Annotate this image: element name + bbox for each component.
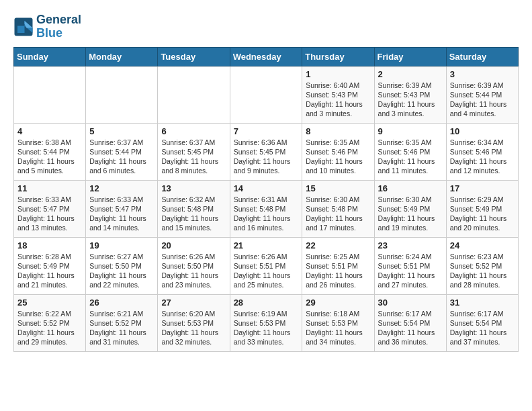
- calendar-cell: 3 Sunrise: 6:39 AM Sunset: 5:44 PM Dayli…: [446, 66, 518, 123]
- calendar-cell: 31 Sunrise: 6:17 AM Sunset: 5:54 PM Dayl…: [446, 294, 518, 351]
- calendar-table: SundayMondayTuesdayWednesdayThursdayFrid…: [13, 47, 519, 352]
- weekday-header: Monday: [86, 47, 158, 66]
- calendar-cell: 1 Sunrise: 6:40 AM Sunset: 5:43 PM Dayli…: [302, 66, 374, 123]
- daylight-text: Daylight: 11 hours and 3 minutes.: [378, 99, 443, 118]
- cell-content: Sunrise: 6:30 AM Sunset: 5:48 PM Dayligh…: [306, 195, 370, 233]
- day-number: 2: [378, 69, 443, 79]
- day-number: 10: [450, 126, 515, 136]
- sunset-text: Sunset: 5:44 PM: [450, 90, 515, 99]
- cell-content: Sunrise: 6:35 AM Sunset: 5:46 PM Dayligh…: [306, 138, 370, 176]
- day-number: 17: [450, 183, 515, 193]
- calendar-cell: 21 Sunrise: 6:26 AM Sunset: 5:51 PM Dayl…: [230, 237, 302, 294]
- calendar-cell: 4 Sunrise: 6:38 AM Sunset: 5:44 PM Dayli…: [14, 123, 86, 180]
- day-number: 20: [161, 240, 226, 250]
- sunset-text: Sunset: 5:49 PM: [17, 261, 82, 271]
- calendar-cell: [14, 66, 86, 123]
- calendar-cell: 20 Sunrise: 6:26 AM Sunset: 5:50 PM Dayl…: [158, 237, 230, 294]
- daylight-text: Daylight: 11 hours and 13 minutes.: [17, 214, 82, 232]
- sunset-text: Sunset: 5:45 PM: [161, 147, 226, 156]
- daylight-text: Daylight: 11 hours and 10 minutes.: [306, 156, 370, 175]
- daylight-text: Daylight: 11 hours and 29 minutes.: [17, 328, 82, 347]
- weekday-header: Friday: [374, 47, 446, 66]
- sunset-text: Sunset: 5:47 PM: [89, 204, 154, 214]
- sunrise-text: Sunrise: 6:35 AM: [378, 138, 443, 147]
- daylight-text: Daylight: 11 hours and 16 minutes.: [234, 214, 299, 232]
- weekday-header: Sunday: [14, 47, 86, 66]
- day-number: 6: [161, 126, 226, 136]
- sunset-text: Sunset: 5:43 PM: [306, 90, 370, 99]
- cell-content: Sunrise: 6:23 AM Sunset: 5:52 PM Dayligh…: [450, 252, 515, 290]
- day-number: 11: [17, 183, 82, 193]
- daylight-text: Daylight: 11 hours and 6 minutes.: [89, 156, 154, 175]
- sunrise-text: Sunrise: 6:23 AM: [450, 252, 515, 261]
- cell-content: Sunrise: 6:17 AM Sunset: 5:54 PM Dayligh…: [378, 309, 443, 347]
- daylight-text: Daylight: 11 hours and 14 minutes.: [89, 214, 154, 232]
- sunrise-text: Sunrise: 6:18 AM: [306, 309, 370, 318]
- calendar-week-row: 1 Sunrise: 6:40 AM Sunset: 5:43 PM Dayli…: [14, 66, 519, 123]
- cell-content: Sunrise: 6:26 AM Sunset: 5:51 PM Dayligh…: [234, 252, 299, 290]
- sunset-text: Sunset: 5:51 PM: [234, 261, 299, 271]
- sunset-text: Sunset: 5:48 PM: [234, 204, 299, 214]
- sunrise-text: Sunrise: 6:29 AM: [450, 195, 515, 204]
- sunset-text: Sunset: 5:52 PM: [89, 318, 154, 328]
- calendar-cell: 8 Sunrise: 6:35 AM Sunset: 5:46 PM Dayli…: [302, 123, 374, 180]
- calendar-cell: 25 Sunrise: 6:22 AM Sunset: 5:52 PM Dayl…: [14, 294, 86, 351]
- calendar-cell: [158, 66, 230, 123]
- day-number: 14: [234, 183, 299, 193]
- day-number: 1: [306, 69, 370, 79]
- calendar-header-row: SundayMondayTuesdayWednesdayThursdayFrid…: [14, 47, 519, 66]
- day-number: 25: [17, 298, 82, 308]
- day-number: 29: [306, 298, 370, 308]
- sunrise-text: Sunrise: 6:26 AM: [234, 252, 299, 261]
- cell-content: Sunrise: 6:21 AM Sunset: 5:52 PM Dayligh…: [89, 309, 154, 347]
- calendar-cell: 23 Sunrise: 6:24 AM Sunset: 5:51 PM Dayl…: [374, 237, 446, 294]
- cell-content: Sunrise: 6:27 AM Sunset: 5:50 PM Dayligh…: [89, 252, 154, 290]
- day-number: 16: [378, 183, 443, 193]
- sunset-text: Sunset: 5:50 PM: [161, 261, 226, 271]
- cell-content: Sunrise: 6:26 AM Sunset: 5:50 PM Dayligh…: [161, 252, 226, 290]
- sunset-text: Sunset: 5:45 PM: [234, 147, 299, 156]
- calendar-cell: 22 Sunrise: 6:25 AM Sunset: 5:51 PM Dayl…: [302, 237, 374, 294]
- day-number: 7: [234, 126, 299, 136]
- sunset-text: Sunset: 5:49 PM: [378, 204, 443, 214]
- day-number: 26: [89, 298, 154, 308]
- calendar-week-row: 4 Sunrise: 6:38 AM Sunset: 5:44 PM Dayli…: [14, 123, 519, 180]
- cell-content: Sunrise: 6:32 AM Sunset: 5:48 PM Dayligh…: [161, 195, 226, 233]
- daylight-text: Daylight: 11 hours and 32 minutes.: [161, 328, 226, 347]
- calendar-week-row: 25 Sunrise: 6:22 AM Sunset: 5:52 PM Dayl…: [14, 294, 519, 351]
- sunrise-text: Sunrise: 6:39 AM: [378, 81, 443, 90]
- sunrise-text: Sunrise: 6:31 AM: [234, 195, 299, 204]
- sunset-text: Sunset: 5:52 PM: [450, 261, 515, 271]
- daylight-text: Daylight: 11 hours and 17 minutes.: [306, 214, 370, 232]
- calendar-cell: 19 Sunrise: 6:27 AM Sunset: 5:50 PM Dayl…: [86, 237, 158, 294]
- sunrise-text: Sunrise: 6:33 AM: [89, 195, 154, 204]
- daylight-text: Daylight: 11 hours and 33 minutes.: [234, 328, 299, 347]
- sunset-text: Sunset: 5:52 PM: [17, 318, 82, 328]
- daylight-text: Daylight: 11 hours and 27 minutes.: [378, 271, 443, 289]
- cell-content: Sunrise: 6:33 AM Sunset: 5:47 PM Dayligh…: [17, 195, 82, 233]
- cell-content: Sunrise: 6:24 AM Sunset: 5:51 PM Dayligh…: [378, 252, 443, 290]
- sunset-text: Sunset: 5:44 PM: [89, 147, 154, 156]
- weekday-header: Saturday: [446, 47, 518, 66]
- cell-content: Sunrise: 6:39 AM Sunset: 5:43 PM Dayligh…: [378, 81, 443, 119]
- daylight-text: Daylight: 11 hours and 5 minutes.: [17, 156, 82, 175]
- calendar-cell: 6 Sunrise: 6:37 AM Sunset: 5:45 PM Dayli…: [158, 123, 230, 180]
- cell-content: Sunrise: 6:30 AM Sunset: 5:49 PM Dayligh…: [378, 195, 443, 233]
- sunset-text: Sunset: 5:46 PM: [306, 147, 370, 156]
- sunrise-text: Sunrise: 6:34 AM: [450, 138, 515, 147]
- sunset-text: Sunset: 5:54 PM: [450, 318, 515, 328]
- calendar-cell: 18 Sunrise: 6:28 AM Sunset: 5:49 PM Dayl…: [14, 237, 86, 294]
- calendar-cell: 15 Sunrise: 6:30 AM Sunset: 5:48 PM Dayl…: [302, 180, 374, 237]
- cell-content: Sunrise: 6:29 AM Sunset: 5:49 PM Dayligh…: [450, 195, 515, 233]
- cell-content: Sunrise: 6:35 AM Sunset: 5:46 PM Dayligh…: [378, 138, 443, 176]
- sunrise-text: Sunrise: 6:35 AM: [306, 138, 370, 147]
- day-number: 9: [378, 126, 443, 136]
- sunrise-text: Sunrise: 6:17 AM: [378, 309, 443, 318]
- cell-content: Sunrise: 6:39 AM Sunset: 5:44 PM Dayligh…: [450, 81, 515, 119]
- daylight-text: Daylight: 11 hours and 25 minutes.: [234, 271, 299, 289]
- sunrise-text: Sunrise: 6:38 AM: [17, 138, 82, 147]
- daylight-text: Daylight: 11 hours and 36 minutes.: [378, 328, 443, 347]
- calendar-cell: 14 Sunrise: 6:31 AM Sunset: 5:48 PM Dayl…: [230, 180, 302, 237]
- cell-content: Sunrise: 6:38 AM Sunset: 5:44 PM Dayligh…: [17, 138, 82, 176]
- calendar-week-row: 18 Sunrise: 6:28 AM Sunset: 5:49 PM Dayl…: [14, 237, 519, 294]
